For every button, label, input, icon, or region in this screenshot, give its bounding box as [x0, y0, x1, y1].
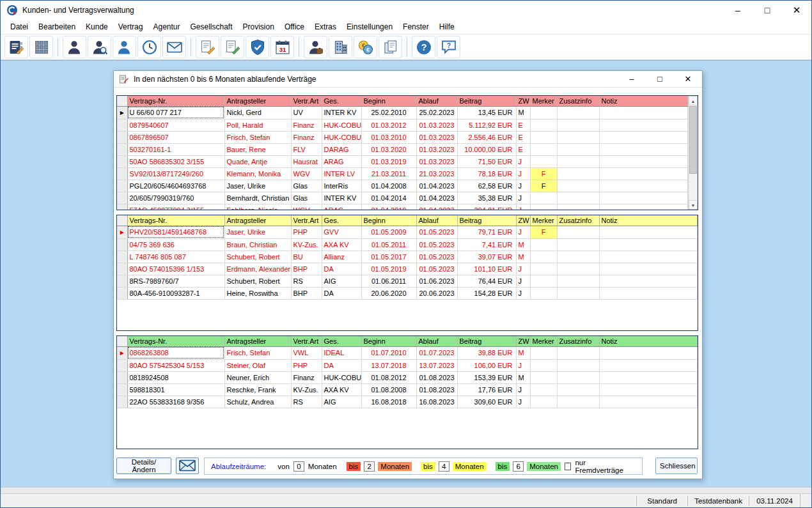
contract-row[interactable]: 503270161-1Bauer, ReneFLVDARAG01.03.2020…	[117, 143, 688, 155]
toolbar-address-book-button[interactable]	[4, 36, 28, 58]
row-selector[interactable]	[117, 119, 127, 131]
row-selector[interactable]	[117, 131, 127, 143]
row-selector[interactable]	[117, 396, 127, 408]
row-selector[interactable]	[117, 359, 127, 371]
contract-row[interactable]: 0867896507Frisch, StefanFinanzHUK-COBU01…	[117, 131, 688, 143]
toolbar-feedback-button[interactable]: ?	[437, 36, 460, 58]
contract-row[interactable]: 598818301Reschke, FrankKV-Zus.AXA KV01.0…	[117, 383, 698, 396]
menu-kunde[interactable]: Kunde	[81, 20, 113, 33]
column-header-vertrart[interactable]: Vertr.Art	[291, 96, 322, 106]
row-selector[interactable]	[117, 287, 127, 299]
table-scrollbar[interactable]: ▲ ▼	[688, 96, 698, 210]
child-close-button[interactable]: ✕	[674, 71, 702, 87]
menu-provision[interactable]: Provision	[238, 20, 279, 33]
column-header-ges[interactable]: Ges.	[322, 336, 361, 346]
toolbar-grid-button[interactable]	[29, 36, 53, 58]
column-header-antragsteller[interactable]: Antragsteller	[224, 215, 291, 226]
months-input-6[interactable]: 6	[513, 461, 524, 472]
checkbox-box-icon[interactable]	[565, 463, 571, 470]
contract-row[interactable]: 22AO 553833168 9/356Schulz, AndreaRSAIG1…	[117, 396, 698, 408]
months-input-2[interactable]: 2	[364, 461, 375, 472]
contract-row[interactable]: 20/605/7990319/760Bernhardt, ChristianGl…	[117, 192, 688, 204]
scroll-up-icon[interactable]: ▲	[689, 96, 698, 105]
column-header-vertragsnr[interactable]: Vertrags-Nr.	[127, 336, 224, 346]
menu-gesellschaft[interactable]: Gesellschaft	[185, 20, 238, 33]
row-selector[interactable]	[117, 167, 127, 180]
contract-row[interactable]: ▶PHV20/581/4591468768Jaser, UlrikePHPGVV…	[117, 226, 698, 238]
column-header-beginn[interactable]: Beginn	[361, 96, 416, 106]
row-selector[interactable]	[117, 143, 127, 155]
column-header-zw[interactable]: ZW	[516, 215, 530, 226]
toolbar-help-button[interactable]: ?	[412, 36, 435, 58]
column-header-antragsteller[interactable]: Antragsteller	[224, 336, 291, 346]
column-header-zw[interactable]: ZW	[516, 336, 530, 346]
contract-row[interactable]: 0879540607Poll, HaraldFinanzHUK-COBU01.0…	[117, 119, 688, 131]
row-selector[interactable]	[117, 204, 127, 210]
row-selector[interactable]	[117, 371, 127, 383]
column-header-antragsteller[interactable]: Antragsteller	[224, 96, 291, 106]
toolbar-company-button[interactable]	[329, 36, 352, 58]
row-selector[interactable]	[117, 192, 127, 204]
column-header-merker[interactable]: Merker	[530, 215, 557, 226]
toolbar-calendar-button[interactable]: 31	[270, 36, 294, 58]
column-header-ges[interactable]: Ges.	[322, 215, 361, 226]
row-selector[interactable]	[117, 275, 127, 287]
toolbar-customer-button[interactable]	[63, 36, 86, 58]
contract-row[interactable]: PGL20/605/4604693768Jaser, UlrikeGlasInt…	[117, 180, 688, 192]
column-header-beitrag[interactable]: Beitrag	[457, 336, 516, 346]
toolbar-contract-edit-button[interactable]	[196, 36, 219, 58]
contract-row[interactable]: 50AO 586835302 3/155Quade, AntjeHausratA…	[117, 155, 688, 167]
row-selector[interactable]	[117, 180, 127, 192]
menu-vertrag[interactable]: Vertrag	[113, 20, 148, 33]
window-minimize-button[interactable]: –	[723, 1, 753, 20]
menu-office[interactable]: Office	[279, 20, 309, 33]
toolbar-clock-button[interactable]	[137, 36, 161, 58]
current-row-marker[interactable]: ▶	[117, 346, 127, 359]
child-maximize-button[interactable]: □	[646, 71, 674, 87]
column-header-vertrart[interactable]: Vertr.Art	[291, 336, 322, 346]
column-header-beginn[interactable]: Beginn	[361, 215, 416, 226]
column-header-zusatzinfo[interactable]: Zusatzinfo	[557, 96, 599, 106]
details-edit-button[interactable]: Details/Ändern	[116, 458, 171, 474]
column-header-beitrag[interactable]: Beitrag	[457, 96, 516, 106]
row-selector[interactable]	[117, 250, 127, 263]
contract-row[interactable]: L 748746 805 087Schubert, RobertBUAllian…	[117, 250, 698, 263]
months-input-4[interactable]: 4	[439, 461, 449, 472]
window-maximize-button[interactable]: □	[753, 1, 782, 20]
current-row-marker[interactable]: ▶	[117, 106, 127, 119]
column-header-notiz[interactable]: Notiz	[599, 215, 698, 226]
toolbar-customer-blue-button[interactable]	[113, 36, 136, 58]
contract-row[interactable]: 0818924508Neuner, ErichFinanzHUK-COBU01.…	[117, 371, 698, 383]
column-header-merker[interactable]: Merker	[530, 96, 557, 106]
child-minimize-button[interactable]: –	[618, 71, 646, 87]
column-header-ablauf[interactable]: Ablauf	[416, 96, 457, 106]
toolbar-shield-button[interactable]	[246, 36, 269, 58]
row-selector[interactable]	[117, 238, 127, 250]
contract-row[interactable]: 8RS-7989760/7Schubert, RobertRSAIG01.06.…	[117, 275, 698, 287]
send-mail-button[interactable]	[176, 458, 199, 474]
menu-agentur[interactable]: Agentur	[148, 20, 185, 33]
column-header-zw[interactable]: ZW	[516, 96, 530, 106]
contract-row[interactable]: 80A-456-910093287-1Heine, RoswithaBHPDA2…	[117, 287, 698, 299]
contract-row[interactable]: 04/75 369 636Braun, ChristianKV-Zus.AXA …	[117, 238, 698, 250]
window-close-button[interactable]: ✕	[782, 1, 811, 20]
column-header-ges[interactable]: Ges.	[322, 96, 361, 106]
contract-row[interactable]: 80AO 574015396 1/153Erdmann, AlexanderBH…	[117, 263, 698, 275]
menu-extras[interactable]: Extras	[309, 20, 341, 33]
menu-einstellungen[interactable]: Einstellungen	[341, 20, 398, 33]
contract-row[interactable]: 80AO 575425304 5/153Steiner, OlafPHPDA13…	[117, 359, 698, 371]
contract-row[interactable]: ▶0868263808Frisch, StefanVWLIDEAL01.07.2…	[117, 346, 698, 359]
column-header-merker[interactable]: Merker	[530, 336, 557, 346]
column-header-zusatzinfo[interactable]: Zusatzinfo	[557, 215, 599, 226]
column-header-vertragsnr[interactable]: Vertrags-Nr.	[127, 215, 224, 226]
column-header-vertrart[interactable]: Vertr.Art	[291, 215, 322, 226]
column-header-beitrag[interactable]: Beitrag	[457, 215, 516, 226]
contract-row[interactable]: 57AO 450877004 3/155Fahlberg, NicoleWGVA…	[117, 204, 688, 210]
current-row-marker[interactable]: ▶	[117, 226, 127, 238]
column-header-notiz[interactable]: Notiz	[599, 96, 688, 106]
toolbar-agent-button[interactable]	[304, 36, 327, 58]
toolbar-commission-button[interactable]: €€	[354, 36, 377, 58]
toolbar-customer-search-button[interactable]	[88, 36, 111, 58]
nur-fremdvertraege-checkbox[interactable]: nur Fremdverträge	[565, 459, 627, 474]
column-header-vertragsnr[interactable]: Vertrags-Nr.	[127, 96, 224, 106]
